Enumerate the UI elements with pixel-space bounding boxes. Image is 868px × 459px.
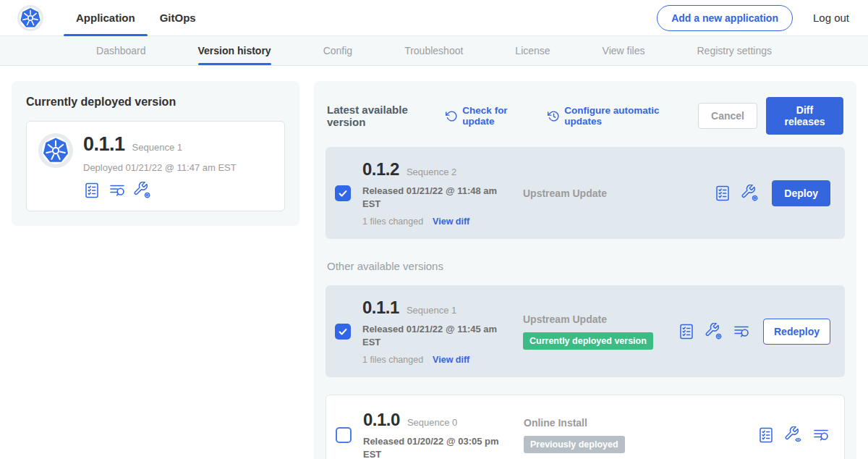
version-checkbox[interactable] — [335, 185, 351, 201]
view-config-icon[interactable] — [785, 426, 802, 444]
edit-config-icon[interactable] — [705, 323, 723, 340]
check-for-update-label: Check for update — [462, 105, 530, 127]
subnav-troubleshoot[interactable]: Troubleshoot — [404, 36, 463, 65]
edit-config-icon[interactable] — [134, 182, 151, 199]
latest-version-title: Latest available version — [327, 104, 434, 128]
main-content: Currently deployed version 0.1.1 Sequenc… — [0, 66, 868, 459]
files-changed-label: 1 files changed — [362, 355, 423, 365]
deployed-version-number: 0.1.1 — [83, 133, 125, 156]
subnav-version-history[interactable]: Version history — [198, 36, 271, 65]
version-source: Online Install Previously deployed — [524, 417, 757, 453]
version-checkbox[interactable] — [336, 427, 352, 443]
previously-deployed-badge: Previously deployed — [524, 436, 625, 453]
configure-auto-updates-link[interactable]: Configure automatic updates — [548, 105, 681, 127]
refresh-icon — [446, 110, 458, 122]
redeploy-button[interactable]: Redeploy — [763, 319, 830, 345]
view-diff-link[interactable]: View diff — [433, 355, 469, 365]
edit-config-icon[interactable] — [741, 185, 759, 202]
sequence-label: Sequence 0 — [407, 417, 457, 428]
sequence-label: Sequence 2 — [407, 167, 456, 177]
app-icon — [38, 133, 73, 168]
deployed-sequence-label: Sequence 1 — [132, 142, 182, 153]
currently-deployed-card: Currently deployed version 0.1.1 Sequenc… — [12, 81, 299, 226]
released-timestamp: Released 01/21/22 @ 11:45 am EST — [362, 323, 500, 348]
top-navbar: Application GitOps Add a new application… — [0, 0, 868, 36]
source-label: Online Install — [524, 417, 757, 429]
preflight-checks-icon[interactable] — [714, 185, 731, 202]
tab-application[interactable]: Application — [64, 0, 148, 35]
version-info: 0.1.0 Sequence 0 Released 01/20/22 @ 03:… — [363, 410, 508, 459]
released-timestamp: Released 01/21/22 @ 11:48 am EST — [362, 185, 500, 210]
source-label: Upstream Update — [523, 313, 678, 325]
latest-version-header: Latest available version Check for updat… — [327, 97, 843, 135]
configure-auto-updates-label: Configure automatic updates — [564, 105, 681, 127]
tab-gitops-label: GitOps — [160, 12, 196, 24]
version-info: 0.1.1 Sequence 1 Released 01/21/22 @ 11:… — [362, 298, 507, 365]
view-logs-icon[interactable] — [733, 323, 750, 340]
version-info: 0.1.2 Sequence 2 Released 01/21/22 @ 11:… — [362, 159, 507, 227]
view-diff-link[interactable]: View diff — [433, 216, 469, 227]
version-history-panel: Latest available version Check for updat… — [314, 81, 856, 459]
tab-application-label: Application — [76, 12, 135, 24]
checkmark-icon — [338, 327, 348, 337]
source-label: Upstream Update — [523, 188, 714, 199]
released-timestamp: Released 01/20/22 @ 03:05 pm EST — [363, 435, 501, 459]
preflight-checks-icon[interactable] — [678, 323, 695, 340]
version-actions: Deploy — [714, 180, 830, 206]
deploy-button[interactable]: Deploy — [772, 180, 830, 206]
kubernetes-helm-icon — [42, 137, 69, 164]
deployed-version-info: 0.1.1 Sequence 1 Deployed 01/21/22 @ 11:… — [83, 133, 237, 199]
subnav-registry-settings[interactable]: Registry settings — [697, 36, 772, 65]
sequence-label: Sequence 1 — [407, 305, 456, 316]
currently-deployed-badge: Currently deployed version — [523, 332, 653, 350]
view-logs-icon[interactable] — [109, 182, 126, 199]
check-for-update-link[interactable]: Check for update — [446, 105, 530, 127]
deployed-timestamp: Deployed 01/21/22 @ 11:47 am EST — [83, 162, 237, 173]
version-checkbox[interactable] — [335, 324, 351, 340]
version-actions: Redeploy — [678, 319, 830, 345]
deployed-version-card: 0.1.1 Sequence 1 Deployed 01/21/22 @ 11:… — [26, 121, 285, 211]
deployed-version-actions — [83, 182, 237, 199]
kubernetes-helm-icon — [20, 7, 41, 29]
topnav-tabs: Application GitOps — [64, 0, 208, 35]
preflight-checks-icon[interactable] — [83, 182, 101, 199]
version-source: Upstream Update Currently deployed versi… — [523, 313, 678, 350]
checkmark-icon — [338, 188, 348, 198]
kubernetes-logo — [17, 5, 43, 31]
version-actions — [757, 426, 830, 444]
preflight-checks-icon[interactable] — [757, 426, 775, 444]
currently-deployed-title: Currently deployed version — [26, 96, 285, 109]
subnav-dashboard[interactable]: Dashboard — [96, 36, 146, 65]
version-number: 0.1.2 — [362, 159, 399, 180]
version-number: 0.1.0 — [363, 410, 400, 430]
diff-releases-button[interactable]: Diff releases — [766, 97, 843, 135]
cancel-button[interactable]: Cancel — [698, 103, 757, 129]
view-logs-icon[interactable] — [812, 426, 830, 444]
logout-link[interactable]: Log out — [812, 9, 851, 27]
app-subnav: Dashboard Version history Config Trouble… — [0, 36, 868, 66]
version-number: 0.1.1 — [362, 298, 399, 318]
subnav-license[interactable]: License — [515, 36, 550, 65]
clock-refresh-icon — [548, 110, 560, 122]
version-source: Upstream Update — [523, 188, 714, 199]
version-row-0-1-1: 0.1.1 Sequence 1 Released 01/21/22 @ 11:… — [326, 285, 845, 377]
version-row-0-1-2: 0.1.2 Sequence 2 Released 01/21/22 @ 11:… — [326, 147, 845, 239]
subnav-view-files[interactable]: View files — [603, 36, 645, 65]
subnav-config[interactable]: Config — [323, 36, 352, 65]
files-changed-label: 1 files changed — [362, 216, 423, 227]
other-versions-title: Other available versions — [327, 260, 843, 272]
add-application-button[interactable]: Add a new application — [657, 5, 793, 31]
tab-gitops[interactable]: GitOps — [148, 0, 208, 35]
version-row-0-1-0: 0.1.0 Sequence 0 Released 01/20/22 @ 03:… — [326, 395, 845, 459]
